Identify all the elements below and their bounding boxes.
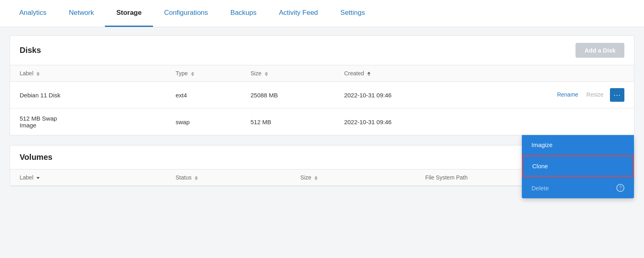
clone-menu-item[interactable]: Clone: [522, 155, 634, 177]
tab-settings[interactable]: Settings: [329, 0, 376, 27]
vol-status-sort-icon: [195, 176, 198, 180]
table-row: Debian 11 Disk ext4 25088 MB 2022-10-31 …: [10, 82, 634, 109]
tab-network[interactable]: Network: [58, 0, 105, 27]
main-content: Disks Add a Disk Label Type: [0, 27, 644, 204]
vol-col-header-size[interactable]: Size: [291, 169, 416, 186]
add-disk-button[interactable]: Add a Disk: [576, 43, 624, 58]
tab-backups[interactable]: Backups: [219, 0, 268, 27]
disks-section: Disks Add a Disk Label Type: [10, 35, 634, 135]
vol-col-header-status[interactable]: Status: [166, 169, 291, 186]
disk-size-1: 25088 MB: [241, 82, 334, 109]
more-button-1[interactable]: ···: [610, 88, 624, 102]
resize-button-1[interactable]: Resize: [583, 90, 607, 99]
disk-label-2: 512 MB SwapImage: [10, 109, 166, 135]
imagize-menu-item[interactable]: Imagize: [522, 135, 634, 155]
col-header-created[interactable]: Created: [334, 65, 472, 82]
delete-label: Delete: [531, 185, 549, 191]
created-sort-icon: [367, 72, 370, 76]
tab-activity-feed[interactable]: Activity Feed: [268, 0, 329, 27]
disk-actions-2: Imagize Clone Delete ?: [472, 109, 634, 135]
disk-type-1: ext4: [166, 82, 241, 109]
tab-analytics[interactable]: Analytics: [8, 0, 58, 27]
label-sort-icon: [36, 72, 40, 76]
disks-table: Label Type Size: [10, 65, 634, 135]
disk-type-2: swap: [166, 109, 241, 135]
tab-configurations[interactable]: Configurations: [153, 0, 219, 27]
rename-button-1[interactable]: Rename: [554, 90, 582, 99]
disk-dropdown-menu: Imagize Clone Delete ?: [522, 135, 634, 198]
disk-created-2: 2022-10-31 09:46: [334, 109, 472, 135]
vol-col-header-label[interactable]: Label: [10, 169, 166, 186]
tab-storage[interactable]: Storage: [105, 0, 153, 27]
disks-table-header-row: Label Type Size: [10, 65, 634, 82]
col-header-label[interactable]: Label: [10, 65, 166, 82]
vol-label-sort-icon: [36, 177, 40, 179]
size-sort-icon: [265, 72, 268, 76]
disk-label-1: Debian 11 Disk: [10, 82, 166, 109]
nav-tabs: Analytics Network Storage Configurations…: [0, 0, 644, 27]
vol-size-sort-icon: [314, 176, 318, 180]
delete-help-icon[interactable]: ?: [616, 184, 624, 192]
col-header-actions: [472, 65, 634, 82]
col-header-type[interactable]: Type: [166, 65, 241, 82]
disk-size-2: 512 MB: [241, 109, 334, 135]
col-header-size[interactable]: Size: [241, 65, 334, 82]
disk-created-1: 2022-10-31 09:46: [334, 82, 472, 109]
table-row: 512 MB SwapImage swap 512 MB 2022-10-31 …: [10, 109, 634, 135]
disks-section-header: Disks Add a Disk: [10, 36, 634, 65]
type-sort-icon: [191, 72, 194, 76]
delete-menu-item[interactable]: Delete ?: [522, 177, 634, 198]
volumes-title: Volumes: [20, 153, 52, 162]
disks-title: Disks: [20, 46, 41, 55]
disk-actions-1: Rename Resize ···: [472, 82, 634, 109]
